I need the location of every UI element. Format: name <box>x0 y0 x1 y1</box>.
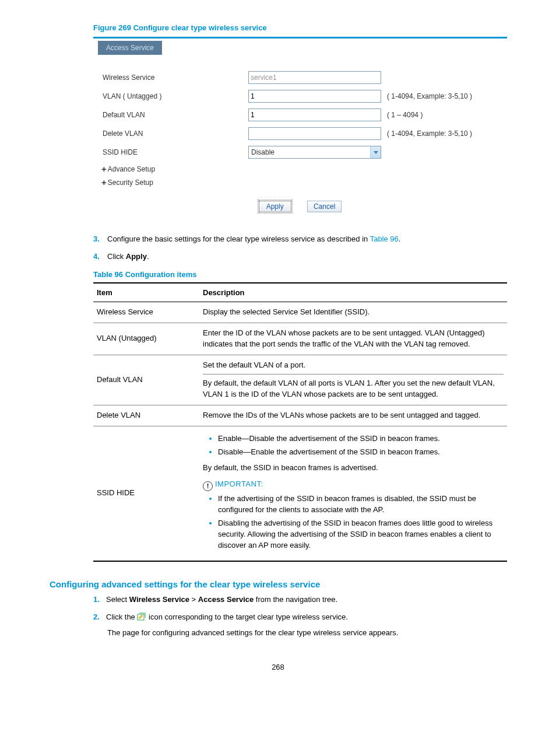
row-wireless-service: Wireless Service <box>101 71 499 84</box>
step-3-text-post: . <box>399 235 401 243</box>
cell-desc: Enable—Disable the advertisement of the … <box>199 426 507 561</box>
cell-item: Delete VLAN <box>93 405 199 426</box>
input-delete-vlan[interactable] <box>248 127 381 140</box>
row-delete-vlan: Delete VLAN ( 1-4094, Example: 3-5,10 ) <box>101 127 499 140</box>
steps-list-a: 3. Configure the basic settings for the … <box>93 233 506 262</box>
input-default-vlan[interactable] <box>248 108 381 121</box>
step-number: 2. <box>93 611 106 624</box>
steps-list-b: 1.Select Wireless Service > Access Servi… <box>107 594 506 639</box>
list-item: Enable—Disable the advertisement of the … <box>218 433 504 444</box>
step-number: 3. <box>93 233 100 245</box>
hint-delete-vlan: ( 1-4094, Example: 3-5,10 ) <box>387 130 472 138</box>
step-number: 4. <box>93 251 100 262</box>
hint-vlan-untagged: ( 1-4094, Example: 3-5,10 ) <box>387 92 472 100</box>
form-area: Wireless Service VLAN ( Untagged ) ( 1-4… <box>93 55 507 218</box>
bullet-list: Enable—Disable the advertisement of the … <box>203 433 504 458</box>
t: Click the <box>106 612 137 621</box>
button-row: Apply Cancel <box>101 201 499 212</box>
figure-caption: Figure 269 Configure clear type wireless… <box>93 23 506 32</box>
t: icon corresponding to the target clear t… <box>146 612 347 621</box>
input-vlan-untagged[interactable] <box>248 90 381 103</box>
cell-desc-part-a: Set the default VLAN of a port. <box>203 360 504 375</box>
cell-item: Default VLAN <box>93 355 199 405</box>
th-description: Description <box>199 283 507 302</box>
cell-item: SSID HIDE <box>93 426 199 561</box>
important-icon: ! <box>203 481 213 491</box>
plus-icon: + <box>101 178 107 187</box>
table-row: Default VLAN Set the default VLAN of a p… <box>93 355 507 405</box>
cell-item: VLAN (Untagged) <box>93 323 199 355</box>
cancel-button[interactable]: Cancel <box>307 201 342 212</box>
step-2: 2.Click the icon corresponding to the ta… <box>107 611 506 639</box>
label-wireless-service: Wireless Service <box>101 74 248 82</box>
select-ssid-hide[interactable]: Disable <box>248 146 381 159</box>
advance-setup-toggle[interactable]: + Advance Setup <box>101 164 499 173</box>
edit-icon <box>137 612 146 625</box>
paragraph: By default, the SSID in beacon frames is… <box>203 463 504 474</box>
step-4-bold: Apply <box>126 252 147 261</box>
t: Select <box>106 595 129 604</box>
cell-desc: Set the default VLAN of a port. By defau… <box>199 355 507 405</box>
screenshot-panel: Access Service Wireless Service VLAN ( U… <box>93 37 507 218</box>
step-3-text-pre: Configure the basic settings for the cle… <box>107 235 370 243</box>
cell-desc: Display the selected Service Set Identif… <box>199 302 507 323</box>
important-callout: !IMPORTANT: <box>203 479 504 491</box>
step-2-continuation: The page for configuring advanced settin… <box>107 627 506 639</box>
table-row: Wireless Service Display the selected Se… <box>93 302 507 323</box>
security-setup-toggle[interactable]: + Security Setup <box>101 178 499 187</box>
label-default-vlan: Default VLAN <box>101 111 248 119</box>
t: > <box>189 595 198 604</box>
label-ssid-hide: SSID HIDE <box>101 148 248 156</box>
step-number: 1. <box>93 594 106 606</box>
step-4: 4. Click Apply. <box>107 251 506 262</box>
advance-setup-label: Advance Setup <box>108 165 155 173</box>
list-item: Disabling the advertising of the SSID in… <box>218 518 504 551</box>
chevron-down-icon <box>370 146 381 158</box>
input-wireless-service <box>248 71 381 84</box>
table-row: SSID HIDE Enable—Disable the advertiseme… <box>93 426 507 561</box>
list-item: Disable—Enable the advertisement of the … <box>218 447 504 458</box>
step-4-text-post: . <box>147 252 149 261</box>
th-item: Item <box>93 283 199 302</box>
config-table: Item Description Wireless Service Displa… <box>93 282 507 562</box>
cell-item: Wireless Service <box>93 302 199 323</box>
label-vlan-untagged: VLAN ( Untagged ) <box>101 92 248 100</box>
t: Access Service <box>198 595 254 604</box>
tab-bar: Access Service <box>93 38 507 55</box>
cell-desc: Enter the ID of the VLAN whose packets a… <box>199 323 507 355</box>
tab-access-service[interactable]: Access Service <box>98 41 162 55</box>
hint-default-vlan: ( 1 – 4094 ) <box>387 111 423 119</box>
section-heading: Configuring advanced settings for the cl… <box>50 579 506 589</box>
table-96-link[interactable]: Table 96 <box>370 235 399 243</box>
plus-icon: + <box>101 164 107 173</box>
step-4-text-pre: Click <box>107 252 126 261</box>
page-number: 268 <box>50 663 506 671</box>
cell-desc: Remove the IDs of the VLANs whose packet… <box>199 405 507 426</box>
list-item: If the advertising of the SSID in beacon… <box>218 494 504 516</box>
table-caption: Table 96 Configuration items <box>93 270 506 279</box>
table-row: Delete VLAN Remove the IDs of the VLANs … <box>93 405 507 426</box>
step-1: 1.Select Wireless Service > Access Servi… <box>107 594 506 606</box>
t: Wireless Service <box>129 595 189 604</box>
t: from the navigation tree. <box>254 595 337 604</box>
row-ssid-hide: SSID HIDE Disable <box>101 146 499 159</box>
bullet-list: If the advertising of the SSID in beacon… <box>203 494 504 551</box>
row-vlan-untagged: VLAN ( Untagged ) ( 1-4094, Example: 3-5… <box>101 90 499 103</box>
apply-button[interactable]: Apply <box>259 201 291 212</box>
security-setup-label: Security Setup <box>108 178 153 187</box>
important-label: IMPORTANT: <box>215 480 263 488</box>
table-row: VLAN (Untagged) Enter the ID of the VLAN… <box>93 323 507 355</box>
select-ssid-hide-value: Disable <box>249 148 370 156</box>
label-delete-vlan: Delete VLAN <box>101 130 248 138</box>
cell-desc-part-b: By default, the default VLAN of all port… <box>203 378 504 400</box>
row-default-vlan: Default VLAN ( 1 – 4094 ) <box>101 108 499 121</box>
step-3: 3. Configure the basic settings for the … <box>107 233 506 245</box>
